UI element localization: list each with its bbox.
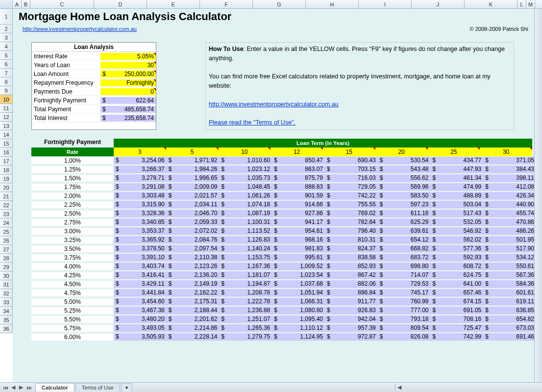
loan-output-label: Total Interest <box>32 115 100 122</box>
select-all-corner[interactable] <box>0 0 13 8</box>
rate-cell: 2.25% <box>31 201 114 208</box>
row-header-30[interactable]: 30 <box>0 271 13 280</box>
col-header-D[interactable]: D <box>94 0 147 8</box>
payment-cell: $2,046.70 <box>167 210 220 217</box>
row-header-23[interactable]: 23 <box>0 210 13 219</box>
rate-cell: 6.00% <box>31 334 114 341</box>
row-header-26[interactable]: 26 <box>0 236 13 245</box>
row-header-31[interactable]: 31 <box>0 280 13 289</box>
payment-cell: $398.11 <box>483 174 536 182</box>
row-header-16[interactable]: 16 <box>0 148 13 157</box>
payment-cell: $3,254.06 <box>114 157 167 164</box>
loan-input-value[interactable]: 5.05% <box>100 53 156 60</box>
row-header-4[interactable]: 4 <box>0 42 13 51</box>
row-header-6[interactable]: 6 <box>0 60 13 69</box>
col-header-E[interactable]: E <box>147 0 200 8</box>
row-header-20[interactable]: 20 <box>0 183 13 192</box>
row-header-36[interactable]: 36 <box>0 324 13 333</box>
row-header-18[interactable]: 18 <box>0 166 13 174</box>
vertical-scrollbar[interactable] <box>534 9 542 382</box>
loan-input-value[interactable]: 0 <box>100 88 156 95</box>
col-header-J[interactable]: J <box>412 0 465 8</box>
loan-output-value: $235,658.74 <box>100 115 156 122</box>
row-header-34[interactable]: 34 <box>0 307 13 316</box>
row-header-12[interactable]: 12 <box>0 113 13 122</box>
payment-cell: $1,100.31 <box>220 219 272 226</box>
col-header-C[interactable]: C <box>30 0 94 8</box>
row-header-24[interactable]: 24 <box>0 219 13 227</box>
payment-cell: $625.29 <box>378 219 431 226</box>
payment-cell: $3,365.92 <box>114 236 167 244</box>
col-header-H[interactable]: H <box>306 0 359 8</box>
col-header-K[interactable]: K <box>465 0 517 8</box>
payment-cell: $3,493.05 <box>114 324 167 332</box>
scroll-left-icon[interactable]: ◀ <box>395 384 403 391</box>
loan-input-label: Payments Due <box>32 88 100 95</box>
payment-cell: $597.23 <box>378 201 431 208</box>
row-header-29[interactable]: 29 <box>0 263 13 271</box>
payment-cell: $434.77 <box>431 157 484 164</box>
row-header-13[interactable]: 13 <box>0 122 13 130</box>
payment-cell: $1,124.95 <box>272 333 325 341</box>
payment-cell: $703.15 <box>325 166 378 173</box>
row-header-5[interactable]: 5 <box>0 51 13 60</box>
row-header-15[interactable]: 15 <box>0 139 13 148</box>
col-header-I[interactable]: I <box>359 0 412 8</box>
tab-nav-last-icon[interactable]: ⏭ <box>25 384 32 391</box>
row-header-28[interactable]: 28 <box>0 254 13 263</box>
row-header-1[interactable]: 1 <box>0 9 13 24</box>
loan-input-value[interactable]: $250,000.00 <box>100 71 156 77</box>
payment-cell: $782.64 <box>325 219 378 226</box>
horizontal-scrollbar[interactable]: ◀ <box>395 384 542 392</box>
row-header-22[interactable]: 22 <box>0 201 13 210</box>
row-header-33[interactable]: 33 <box>0 298 13 307</box>
tab-nav-prev-icon[interactable]: ◀ <box>10 384 17 391</box>
tab-calculator[interactable]: Calculator <box>35 383 74 392</box>
tab-terms-of-use[interactable]: Terms of Use <box>75 383 120 392</box>
row-header-19[interactable]: 19 <box>0 174 13 183</box>
loan-input-value[interactable]: Fortnightly <box>100 79 156 86</box>
row-header-14[interactable]: 14 <box>0 130 13 139</box>
row-header-25[interactable]: 25 <box>0 227 13 236</box>
payment-cell: $3,441.84 <box>114 289 167 296</box>
howto-link1[interactable]: http://www.investmentpropertycalculator.… <box>209 101 339 108</box>
payment-cell: $3,391.10 <box>114 254 167 261</box>
row-header-8[interactable]: 8 <box>0 77 13 86</box>
payment-cell: $2,123.26 <box>167 263 220 270</box>
row-header-7[interactable]: 7 <box>0 69 13 77</box>
payment-cell: $1,010.60 <box>220 157 272 164</box>
tab-nav-next-icon[interactable]: ▶ <box>18 384 25 391</box>
tab-new[interactable]: ✦ <box>121 383 132 392</box>
row-header-35[interactable]: 35 <box>0 316 13 324</box>
row-header-9[interactable]: 9 <box>0 86 13 95</box>
payment-cell: $708.16 <box>431 316 484 323</box>
rate-cell: 5.50% <box>31 316 114 323</box>
payment-cell: $619.11 <box>483 298 536 305</box>
col-header-A[interactable]: A <box>13 0 22 8</box>
payment-cell: $911.77 <box>325 298 378 305</box>
payment-cell: $1,066.31 <box>272 298 325 305</box>
loan-input-value[interactable]: 30 <box>100 62 156 69</box>
row-header-17[interactable]: 17 <box>0 157 13 166</box>
payment-cell: $957.39 <box>325 324 378 332</box>
payment-cell: $530.54 <box>378 157 431 164</box>
col-header-L[interactable]: L <box>517 0 526 8</box>
tab-nav-first-icon[interactable]: ⏮ <box>2 384 9 391</box>
row-header-11[interactable]: 11 <box>0 104 13 113</box>
payment-cell: $3,340.85 <box>114 219 167 226</box>
payment-cell: $1,208.78 <box>220 289 272 296</box>
row-header-21[interactable]: 21 <box>0 192 13 201</box>
year-headers: 35101215202530 <box>114 147 532 156</box>
payment-cell: $714.07 <box>378 271 431 279</box>
col-header-B[interactable]: B <box>22 0 30 8</box>
row-header-32[interactable]: 32 <box>0 289 13 298</box>
row-header-2[interactable]: 2 <box>0 24 13 33</box>
col-header-F[interactable]: F <box>200 0 253 8</box>
howto-link2[interactable]: Please read the "Terms of Use". <box>209 119 296 126</box>
row-header-27[interactable]: 27 <box>0 245 13 254</box>
top-link[interactable]: http://www.investmentpropertycalculator.… <box>23 26 137 32</box>
row-header-3[interactable]: 3 <box>0 33 13 42</box>
col-header-M[interactable]: M <box>526 0 535 8</box>
row-header-10[interactable]: 10 <box>0 95 13 104</box>
col-header-G[interactable]: G <box>253 0 306 8</box>
